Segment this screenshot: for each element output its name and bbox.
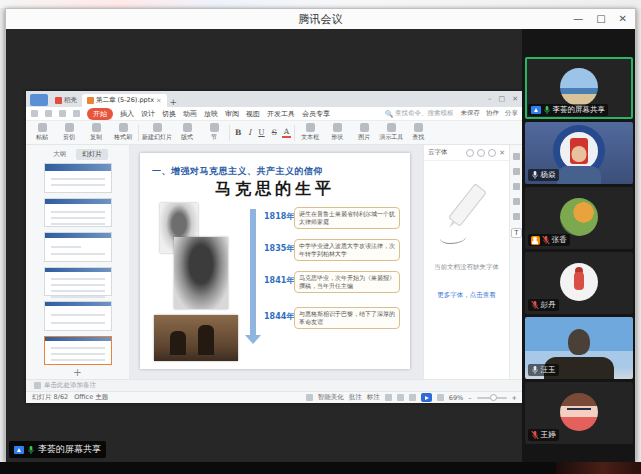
slide-thumbnail[interactable] [44,232,112,262]
fit-window-icon[interactable] [437,394,444,401]
new-slide-button[interactable]: 新建幻灯片 [142,123,172,142]
animation-tool-icon[interactable] [513,198,520,205]
unsaved-status[interactable]: 未保存 [461,109,481,118]
mic-muted-icon [542,235,550,245]
slide-thumbnail[interactable] [44,163,112,193]
present-tools-button[interactable]: 演示工具 [379,123,403,142]
wps-maximize-button[interactable]: □ [499,95,506,103]
menu-slideshow[interactable]: 放映 [204,109,218,119]
participant-tile[interactable]: 彭丹 [525,252,633,314]
save-icon[interactable] [31,110,38,117]
tencent-meeting-window: 腾讯会议 — □ ✕ 稻壳 [5,8,636,462]
font-panel-link[interactable]: 更多字体，点击查看 [424,291,509,300]
slide-thumbnail[interactable] [44,301,112,331]
menu-animation[interactable]: 动画 [183,109,197,119]
style-tool-icon[interactable] [513,168,520,175]
participant-tile[interactable]: 张香 [525,187,633,249]
menu-transition[interactable]: 切换 [162,109,176,119]
new-tab-button[interactable]: + [170,97,178,107]
zoom-out-button[interactable]: – [468,394,471,402]
zoom-slider[interactable] [477,397,507,399]
copy-button[interactable]: 复制 [84,123,108,142]
slide-thumbnail[interactable] [44,198,112,228]
text-tool-icon[interactable]: T [511,228,521,238]
strikethrough-button[interactable]: S [270,128,279,137]
format-painter-button[interactable]: 格式刷 [111,123,135,142]
tab-slides[interactable]: 幻灯片 [76,149,108,160]
toolbar-separator [229,125,230,141]
zoom-in-button[interactable]: + [512,394,517,402]
participant-tile[interactable]: 王婷 [525,382,633,444]
slide-thumbnail[interactable] [44,267,112,297]
settings-icon[interactable] [477,149,485,157]
font-color-button[interactable]: A [282,127,291,138]
tab-document[interactable]: 第二章 (5-26).pptx ✕ [82,94,167,107]
wps-home-icon[interactable] [30,94,48,106]
slide-number: 幻灯片 8/62 [32,393,68,402]
annotate-button[interactable]: 标注 [367,393,380,402]
participant-tile[interactable]: 汪玉 [525,317,633,379]
sorter-view-icon[interactable] [397,394,404,401]
outline-tool-icon[interactable] [513,153,520,160]
command-search[interactable]: 🔍 查找命令、搜索模板 [385,109,454,118]
participant-name-row: 汪玉 [528,364,559,376]
minimize-button[interactable]: — [573,14,583,24]
print-icon[interactable] [45,110,52,117]
comment-button[interactable]: 批注 [349,393,362,402]
theme-name[interactable]: Office 主题 [74,393,108,402]
pin-icon[interactable] [488,149,496,157]
menu-home[interactable]: 开始 [87,108,113,120]
tab-docer[interactable]: 稻壳 [50,94,82,107]
slide-thumbnail-selected[interactable] [44,336,112,366]
maximize-button[interactable]: □ [596,14,605,24]
format-painter-icon [119,123,128,132]
menu-view[interactable]: 视图 [246,109,260,119]
paste-button[interactable]: 粘贴 [30,123,54,142]
refresh-icon[interactable] [466,149,474,157]
bold-button[interactable]: B [233,128,243,137]
desktop-strip [0,462,641,474]
zoom-slider-knob[interactable] [490,394,497,401]
close-button[interactable]: ✕ [619,14,627,24]
undo-icon[interactable] [59,110,66,117]
find-button[interactable]: 查找 [406,123,430,142]
underline-button[interactable]: U [256,128,266,137]
tab-outline[interactable]: 大纲 [47,149,72,160]
right-tool-strip: T [509,145,523,379]
beautify-button[interactable]: 智能美化 [318,393,344,402]
picture-button[interactable]: 图片 [352,123,376,142]
redo-icon[interactable] [73,110,80,117]
shapes-button[interactable]: 形状 [325,123,349,142]
wps-close-button[interactable]: ✕ [512,95,518,103]
wps-minimize-button[interactable]: – [488,95,492,103]
notes-bar[interactable]: 单击此处添加备注 [26,379,523,391]
menu-devtools[interactable]: 开发工具 [267,109,295,119]
layout-button[interactable]: 版式 [175,123,199,142]
italic-button[interactable]: I [246,128,253,137]
participant-tile[interactable]: 杨焱 [525,122,633,184]
normal-view-icon[interactable] [385,394,392,401]
menu-insert[interactable]: 插入 [120,109,134,119]
menu-member[interactable]: 会员专享 [302,109,330,119]
cut-button[interactable]: 剪切 [57,123,81,142]
desktop-wallpaper-fragment [556,462,641,474]
squiggle-illustration [440,231,466,244]
avatar [560,68,598,106]
menu-design[interactable]: 设计 [141,109,155,119]
textbox-button[interactable]: 文本框 [298,123,322,142]
mic-muted-icon [531,300,539,310]
section-button[interactable]: 节 [202,123,226,142]
tab-close-icon[interactable]: ✕ [156,97,161,105]
reading-view-icon[interactable] [409,394,416,401]
share-button[interactable]: 分享 [505,109,518,118]
current-slide[interactable]: 一、增强对马克思主义、共产主义的信仰 马克思的生平 1818年 诞生在普鲁士莱茵… [140,153,410,369]
slideshow-play-button[interactable] [421,393,432,402]
participant-tile-sharing[interactable]: 李荟的屏幕共享 [525,57,633,119]
background-window-sliver [0,0,641,8]
material-tool-icon[interactable] [513,213,520,220]
menu-review[interactable]: 审阅 [225,109,239,119]
add-slide-button[interactable]: + [26,367,129,378]
layout-tool-icon[interactable] [513,183,520,190]
panel-close-icon[interactable]: ✕ [499,149,505,157]
collaborate-button[interactable]: 协作 [486,109,499,118]
